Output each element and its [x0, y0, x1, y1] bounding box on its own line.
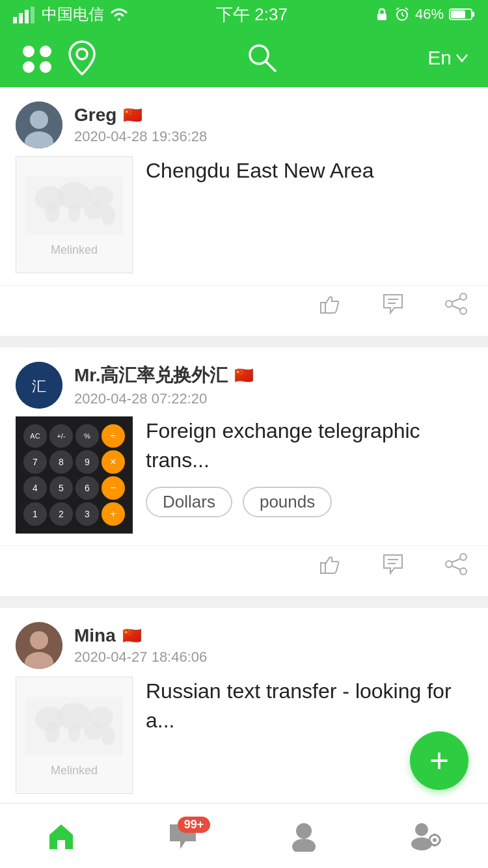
wifi-icon — [109, 7, 129, 22]
signal-icon — [13, 5, 36, 23]
world-map-svg — [25, 694, 123, 759]
share-button[interactable] — [444, 552, 468, 582]
svg-rect-4 — [377, 14, 386, 20]
search-icon[interactable] — [245, 41, 279, 75]
svg-point-83 — [296, 823, 312, 839]
svg-line-46 — [452, 566, 460, 569]
lang-label: En — [427, 47, 452, 69]
post-header: 汇 Mr.高汇率兑换外汇 🇨🇳 2020-04-28 07:22:20 — [0, 347, 488, 416]
post-username: Greg 🇨🇳 — [74, 105, 472, 126]
svg-point-35 — [446, 301, 452, 307]
post-body: Melinked Russian text transfer - looking… — [0, 677, 488, 806]
post-content: Chengdu East New Area — [146, 156, 472, 185]
post-card: Greg 🇨🇳 2020-04-28 19:36:28 — [0, 87, 488, 336]
nav-left-icons — [20, 40, 96, 75]
like-button[interactable] — [318, 552, 342, 582]
comment-button[interactable] — [381, 292, 405, 321]
flag-icon: 🇨🇳 — [123, 106, 142, 124]
svg-line-8 — [396, 8, 399, 10]
svg-point-88 — [433, 838, 437, 842]
svg-point-27 — [84, 202, 103, 219]
post-username: Mina 🇨🇳 — [74, 625, 472, 646]
map-label: Melinked — [51, 243, 98, 257]
status-bar: 中国电信 下午 2:37 46% — [0, 0, 488, 29]
lang-button[interactable]: En — [427, 47, 468, 69]
battery-label: 46% — [415, 6, 444, 23]
post-content: Russian text transfer - looking for a... — [146, 677, 472, 735]
nav-home[interactable] — [46, 821, 77, 852]
home-icon — [46, 821, 77, 852]
profile-settings-icon — [409, 821, 442, 852]
svg-point-56 — [68, 724, 80, 742]
svg-line-19 — [265, 61, 275, 71]
svg-point-43 — [460, 568, 467, 575]
tag-pounds[interactable]: pounds — [243, 487, 332, 517]
nav-messages[interactable]: 99+ — [167, 822, 198, 850]
post-body: Melinked Chengdu East New Area — [0, 156, 488, 285]
comment-button[interactable] — [381, 552, 405, 582]
post-meta: Mr.高汇率兑换外汇 🇨🇳 2020-04-28 07:22:20 — [74, 363, 472, 407]
svg-rect-1 — [19, 13, 23, 23]
post-header: Greg 🇨🇳 2020-04-28 19:36:28 — [0, 87, 488, 156]
avatar — [16, 102, 62, 148]
post-tags: Dollars pounds — [146, 487, 472, 517]
carrier-label: 中国电信 — [42, 4, 104, 25]
svg-point-55 — [45, 721, 60, 742]
post-thumbnail: Melinked — [16, 156, 133, 273]
status-time: 下午 2:37 — [216, 3, 288, 26]
battery-icon — [449, 7, 475, 21]
svg-point-30 — [102, 206, 115, 225]
like-button[interactable] — [318, 292, 342, 321]
svg-rect-0 — [13, 17, 17, 23]
svg-line-9 — [405, 8, 408, 10]
post-body: AC +/- % ÷ 7 8 9 × 4 5 6 − — [0, 416, 488, 545]
fab-button[interactable]: + — [410, 731, 468, 790]
flag-icon: 🇨🇳 — [234, 366, 254, 385]
map-label: Melinked — [51, 764, 98, 778]
post-title: Foreign exchange telegraphic trans... — [146, 416, 472, 475]
svg-point-44 — [446, 561, 452, 567]
location-icon[interactable] — [68, 40, 96, 75]
svg-point-48 — [30, 631, 48, 649]
nav-bar: En — [0, 29, 488, 87]
chevron-down-icon — [455, 53, 468, 62]
svg-point-85 — [415, 823, 428, 836]
post-content: Foreign exchange telegraphic trans... Do… — [146, 416, 472, 517]
svg-rect-11 — [472, 12, 474, 17]
apps-icon[interactable] — [20, 42, 55, 74]
post-time: 2020-04-27 18:46:06 — [74, 649, 472, 666]
post-time: 2020-04-28 19:36:28 — [74, 128, 472, 145]
share-button[interactable] — [444, 292, 468, 321]
post-actions — [0, 285, 488, 336]
svg-point-42 — [460, 554, 467, 560]
svg-point-17 — [77, 49, 87, 59]
post-header: Mina 🇨🇳 2020-04-27 18:46:06 — [0, 608, 488, 677]
nav-profile[interactable] — [409, 821, 442, 852]
svg-point-54 — [84, 722, 103, 740]
svg-point-29 — [68, 204, 80, 221]
world-map-svg — [25, 173, 123, 238]
fab-label: + — [429, 741, 449, 780]
svg-point-14 — [40, 46, 51, 57]
post-meta: Greg 🇨🇳 2020-04-28 19:36:28 — [74, 105, 472, 145]
nav-contacts[interactable] — [290, 821, 318, 852]
avatar: 汇 — [16, 362, 62, 409]
post-title: Chengdu East New Area — [146, 156, 472, 185]
post-title: Russian text transfer - looking for a... — [146, 677, 472, 735]
svg-rect-2 — [25, 10, 29, 23]
status-right: 46% — [375, 6, 475, 23]
message-badge: 99+ — [178, 817, 211, 833]
flag-icon: 🇨🇳 — [122, 627, 142, 645]
svg-line-36 — [452, 299, 460, 302]
svg-point-15 — [23, 61, 34, 73]
contacts-icon — [290, 821, 318, 852]
svg-rect-3 — [31, 7, 34, 23]
post-meta: Mina 🇨🇳 2020-04-27 18:46:06 — [74, 625, 472, 666]
svg-point-34 — [460, 308, 467, 314]
post-username: Mr.高汇率兑换外汇 🇨🇳 — [74, 363, 472, 388]
svg-point-33 — [460, 293, 467, 300]
svg-point-28 — [45, 200, 60, 222]
svg-point-16 — [40, 61, 51, 73]
status-left: 中国电信 — [13, 4, 129, 25]
tag-dollars[interactable]: Dollars — [146, 487, 232, 517]
